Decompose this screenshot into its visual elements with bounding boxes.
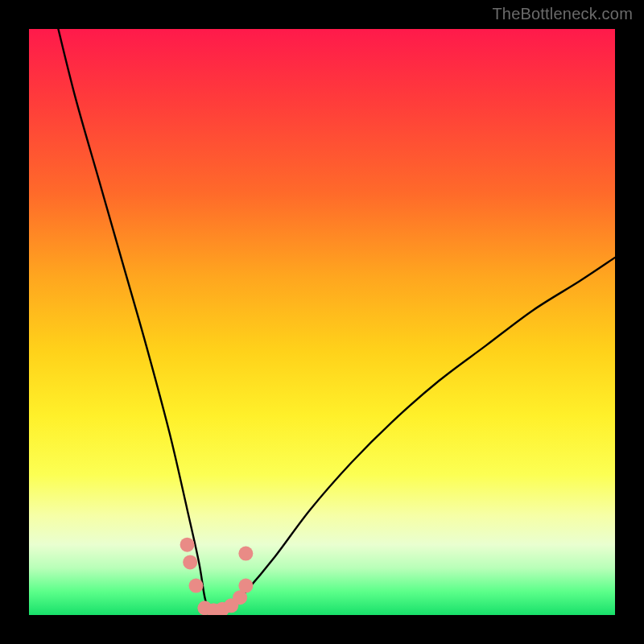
marker-dot [183, 555, 197, 569]
marker-dot [188, 579, 203, 593]
marker-dot [238, 547, 253, 561]
plot-area [29, 29, 615, 615]
watermark-text: TheBottleneck.com [492, 5, 633, 23]
marker-dot [180, 538, 195, 552]
chart-svg [29, 29, 615, 615]
highlight-dots [180, 538, 254, 615]
marker-dot [238, 579, 253, 593]
bottleneck-curve [58, 29, 615, 615]
